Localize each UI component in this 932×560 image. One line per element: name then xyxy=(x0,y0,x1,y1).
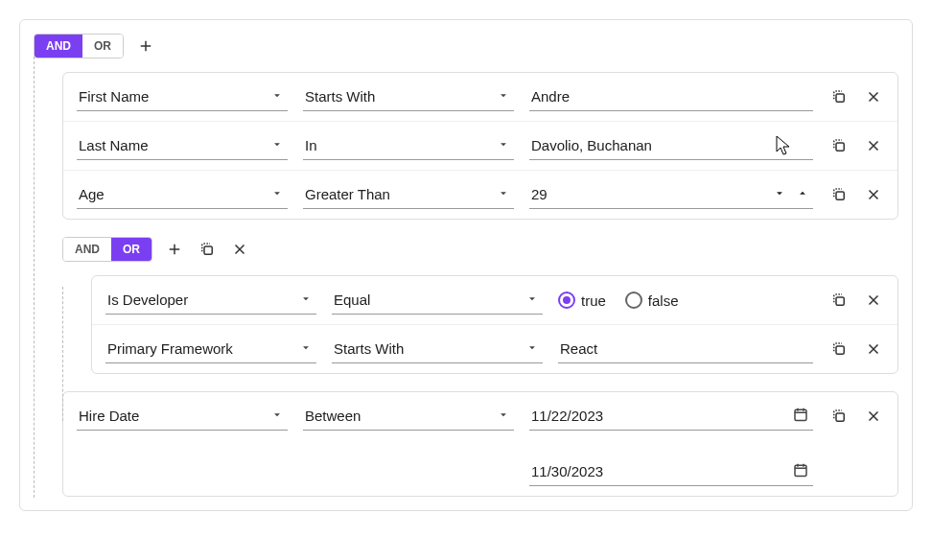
operator-select-value xyxy=(332,335,543,363)
root-rules-container xyxy=(62,72,898,220)
svg-rect-4 xyxy=(836,297,844,305)
copy-rule-button[interactable] xyxy=(828,338,850,360)
date-to-field[interactable] xyxy=(529,457,813,486)
operator-select-value xyxy=(303,402,514,431)
radio-true[interactable]: true xyxy=(558,292,606,309)
field-select[interactable] xyxy=(105,286,316,315)
copy-group-button[interactable] xyxy=(197,239,218,260)
field-select-value xyxy=(77,180,288,209)
operator-select-value xyxy=(332,286,543,315)
nested-group-header: AND OR xyxy=(62,237,898,262)
svg-rect-8 xyxy=(836,413,844,421)
query-builder-panel: AND OR xyxy=(19,19,913,511)
rule-row xyxy=(63,73,897,122)
delete-group-button[interactable] xyxy=(229,239,250,260)
radio-true-label: true xyxy=(581,292,606,309)
delete-rule-button[interactable] xyxy=(863,290,884,311)
nested-and-button[interactable]: AND xyxy=(63,238,111,261)
nested-group: AND OR xyxy=(62,237,898,374)
radio-unchecked-icon xyxy=(625,292,642,309)
copy-rule-button[interactable] xyxy=(828,406,850,427)
calendar-icon[interactable] xyxy=(792,462,809,482)
rule-row: true false xyxy=(92,276,897,325)
delete-rule-button[interactable] xyxy=(863,135,884,156)
operator-select[interactable] xyxy=(303,402,514,431)
nested-or-button[interactable]: OR xyxy=(111,238,151,261)
rule-actions xyxy=(828,184,884,205)
root-or-button[interactable]: OR xyxy=(82,35,123,58)
svg-rect-1 xyxy=(836,143,844,151)
value-input[interactable] xyxy=(558,335,813,363)
rule-row xyxy=(63,392,897,496)
date-input-from[interactable] xyxy=(529,402,813,431)
delete-rule-button[interactable] xyxy=(863,184,884,205)
value-text-input[interactable] xyxy=(529,82,813,111)
operator-select[interactable] xyxy=(332,286,543,315)
field-select-value xyxy=(105,335,316,363)
svg-rect-3 xyxy=(204,246,212,254)
field-select[interactable] xyxy=(77,82,288,111)
field-select[interactable] xyxy=(77,402,288,431)
operator-select-value xyxy=(303,131,514,160)
nested-conjunction-toggle: AND OR xyxy=(62,237,152,262)
copy-rule-button[interactable] xyxy=(828,86,850,107)
svg-rect-6 xyxy=(795,409,806,420)
field-select-value xyxy=(77,131,288,160)
spinner-down-icon[interactable] xyxy=(773,187,786,203)
rule-row xyxy=(92,325,897,373)
nested-rules-container: true false xyxy=(91,275,898,374)
radio-false-label: false xyxy=(648,292,679,309)
operator-select[interactable] xyxy=(332,335,543,363)
value-number-field[interactable] xyxy=(529,180,813,209)
spinner-up-icon[interactable] xyxy=(796,187,809,203)
delete-rule-button[interactable] xyxy=(863,338,884,360)
copy-rule-button[interactable] xyxy=(828,184,850,205)
value-text-input[interactable] xyxy=(529,131,813,160)
svg-rect-0 xyxy=(836,94,844,102)
mouse-cursor-icon xyxy=(776,135,791,156)
rule-actions xyxy=(828,402,884,427)
rule-actions xyxy=(828,86,884,107)
field-select-value xyxy=(105,286,316,315)
date-input-to[interactable] xyxy=(529,457,813,486)
field-select[interactable] xyxy=(77,180,288,209)
rule-row xyxy=(63,122,897,171)
field-select-value xyxy=(77,82,288,111)
operator-select-value xyxy=(303,180,514,209)
operator-select-value xyxy=(303,82,514,111)
field-select-value xyxy=(77,402,288,431)
value-number-input[interactable] xyxy=(529,180,813,209)
rule-row xyxy=(63,171,897,219)
value-date-range xyxy=(529,402,813,486)
value-input[interactable] xyxy=(529,131,813,160)
copy-rule-button[interactable] xyxy=(828,135,850,156)
svg-rect-7 xyxy=(795,465,806,476)
tree-connector xyxy=(34,57,35,498)
delete-rule-button[interactable] xyxy=(863,406,884,427)
root-add-button[interactable] xyxy=(135,35,156,57)
operator-select[interactable] xyxy=(303,82,514,111)
tree-connector xyxy=(62,287,63,421)
operator-select[interactable] xyxy=(303,131,514,160)
svg-rect-5 xyxy=(836,346,844,354)
field-select[interactable] xyxy=(77,131,288,160)
svg-rect-2 xyxy=(836,192,844,199)
radio-false[interactable]: false xyxy=(625,292,679,309)
root-and-button[interactable]: AND xyxy=(35,35,82,58)
copy-rule-button[interactable] xyxy=(828,290,850,311)
radio-checked-icon xyxy=(558,292,575,309)
value-input[interactable] xyxy=(529,82,813,111)
operator-select[interactable] xyxy=(303,180,514,209)
nested-add-button[interactable] xyxy=(164,239,185,260)
rule-actions xyxy=(828,290,884,311)
calendar-icon[interactable] xyxy=(792,407,809,427)
value-text-input[interactable] xyxy=(558,335,813,363)
value-radio-group: true false xyxy=(558,288,813,313)
delete-rule-button[interactable] xyxy=(863,86,884,107)
field-select[interactable] xyxy=(105,335,316,363)
rule-actions xyxy=(828,135,884,156)
date-from-field[interactable] xyxy=(529,402,813,431)
date-rule-container xyxy=(62,391,898,497)
rule-actions xyxy=(828,338,884,360)
number-spinner xyxy=(773,187,809,203)
